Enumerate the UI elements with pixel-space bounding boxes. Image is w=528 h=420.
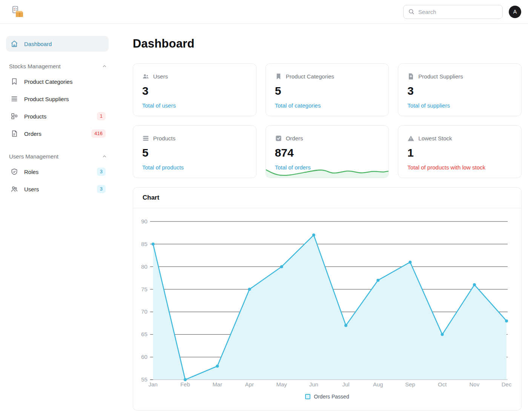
- orders-count-badge: 416: [91, 129, 106, 138]
- svg-text:Aug: Aug: [373, 381, 383, 388]
- sidebar-item-label: Dashboard: [24, 41, 52, 47]
- svg-text:65: 65: [141, 331, 147, 337]
- svg-text:Jan: Jan: [149, 381, 158, 388]
- total-products-link[interactable]: Total of products: [142, 164, 184, 171]
- orders-card: Orders 874 Total of orders: [266, 125, 389, 178]
- product-suppliers-card: Product Suppliers 3 Total of suppliers: [398, 63, 522, 116]
- bookmark-filled-icon: [275, 73, 282, 80]
- top-header: A: [0, 0, 528, 24]
- svg-text:55: 55: [141, 376, 147, 383]
- sidebar-item-users[interactable]: Users 3: [6, 181, 109, 197]
- search-icon: [408, 8, 415, 15]
- document-icon: [11, 130, 18, 137]
- products-count-badge: 1: [97, 112, 106, 120]
- users-icon: [11, 185, 18, 193]
- svg-text:May: May: [276, 381, 287, 388]
- rows-icon: [11, 95, 18, 103]
- stat-cards: Users 3 Total of users Product Categorie…: [133, 63, 522, 178]
- card-title: Users: [153, 73, 168, 80]
- card-value: 5: [142, 146, 247, 159]
- avatar[interactable]: A: [509, 6, 521, 18]
- sidebar-item-product-suppliers[interactable]: Product Suppliers: [6, 91, 109, 107]
- roles-count-badge: 3: [97, 168, 106, 176]
- lowest-stock-card: Lowest Stock 1 Total of products with lo…: [398, 125, 522, 178]
- check-box-filled-icon: [275, 135, 282, 142]
- card-value: 1: [407, 146, 512, 159]
- shield-check-icon: [11, 168, 18, 175]
- total-suppliers-link[interactable]: Total of suppliers: [407, 102, 450, 109]
- chart-card: Chart 5560657075808590JanFebMarAprMayJun…: [133, 187, 522, 411]
- sidebar-item-label: Users: [24, 186, 39, 192]
- svg-text:Apr: Apr: [245, 381, 254, 388]
- card-title: Product Suppliers: [418, 73, 463, 80]
- card-value: 3: [142, 85, 247, 97]
- users-card: Users 3 Total of users: [133, 63, 256, 116]
- svg-text:75: 75: [141, 286, 147, 292]
- card-value: 5: [275, 85, 380, 97]
- low-stock-link[interactable]: Total of products with low stock: [407, 164, 485, 171]
- svg-text:Mar: Mar: [212, 381, 222, 388]
- section-title: Stocks Management: [9, 63, 61, 69]
- card-value: 3: [407, 85, 512, 97]
- home-icon: [11, 40, 18, 48]
- svg-text:85: 85: [141, 241, 147, 247]
- card-title: Lowest Stock: [418, 135, 452, 142]
- card-value: 874: [275, 146, 380, 159]
- chevron-up-icon: [102, 154, 107, 159]
- section-stocks-management[interactable]: Stocks Management: [9, 63, 107, 69]
- svg-text:60: 60: [141, 354, 147, 360]
- sidebar-item-products[interactable]: Products 1: [6, 108, 109, 125]
- sidebar-item-label: Product Categories: [24, 78, 72, 85]
- sidebar-item-orders[interactable]: Orders 416: [6, 125, 109, 142]
- orders-line-chart: 5560657075808590JanFebMarAprMayJunJulAug…: [133, 208, 521, 393]
- svg-text:Jun: Jun: [309, 381, 318, 388]
- section-users-management[interactable]: Users Management: [9, 153, 107, 160]
- svg-text:Feb: Feb: [180, 381, 190, 388]
- bookmark-icon: [11, 78, 18, 85]
- svg-text:Sep: Sep: [405, 381, 415, 388]
- app-logo-icon: [11, 5, 24, 18]
- sidebar-item-label: Product Suppliers: [24, 96, 69, 102]
- users-count-badge: 3: [97, 185, 106, 193]
- sidebar-item-dashboard[interactable]: Dashboard: [6, 36, 109, 52]
- card-title: Product Categories: [286, 73, 334, 80]
- chevron-up-icon: [102, 64, 107, 69]
- users-management-group: Users Management Roles 3 Users 3: [6, 153, 109, 197]
- sidebar-item-label: Products: [24, 113, 46, 120]
- svg-text:80: 80: [141, 263, 147, 270]
- stocks-management-group: Stocks Management Product Categories Pro…: [6, 63, 109, 142]
- warning-triangle-icon: [407, 135, 414, 142]
- svg-text:Dec: Dec: [502, 381, 512, 388]
- total-users-link[interactable]: Total of users: [142, 102, 176, 109]
- legend-swatch: [305, 394, 310, 399]
- orders-sparkline: [266, 168, 389, 178]
- chart-legend[interactable]: Orders Passed: [133, 393, 521, 408]
- users-filled-icon: [142, 73, 149, 80]
- svg-text:Jul: Jul: [342, 381, 350, 388]
- search-box: [403, 5, 503, 19]
- chart-card-title: Chart: [133, 188, 521, 208]
- legend-label: Orders Passed: [314, 394, 349, 400]
- products-card: Products 5 Total of products: [133, 125, 256, 178]
- section-title: Users Management: [9, 153, 58, 160]
- svg-text:90: 90: [141, 218, 147, 225]
- card-title: Orders: [286, 135, 303, 142]
- rows-filled-icon: [142, 135, 149, 142]
- sidebar-item-label: Orders: [24, 131, 41, 137]
- blocks-icon: [11, 112, 18, 120]
- search-input[interactable]: [418, 9, 498, 15]
- main-content: Dashboard Users 3 Total of users Product…: [115, 24, 528, 420]
- svg-text:Oct: Oct: [438, 381, 447, 388]
- sidebar-item-label: Roles: [24, 169, 38, 175]
- sidebar: Dashboard Stocks Management Product Cate…: [0, 24, 115, 420]
- product-categories-card: Product Categories 5 Total of categories: [266, 63, 389, 116]
- file-plus-filled-icon: [407, 73, 414, 80]
- sidebar-item-roles[interactable]: Roles 3: [6, 163, 109, 180]
- sidebar-item-product-categories[interactable]: Product Categories: [6, 73, 109, 90]
- svg-text:Nov: Nov: [470, 381, 480, 388]
- page-title: Dashboard: [133, 37, 522, 51]
- svg-text:70: 70: [141, 308, 147, 315]
- total-categories-link[interactable]: Total of categories: [275, 102, 321, 109]
- card-title: Products: [153, 135, 175, 142]
